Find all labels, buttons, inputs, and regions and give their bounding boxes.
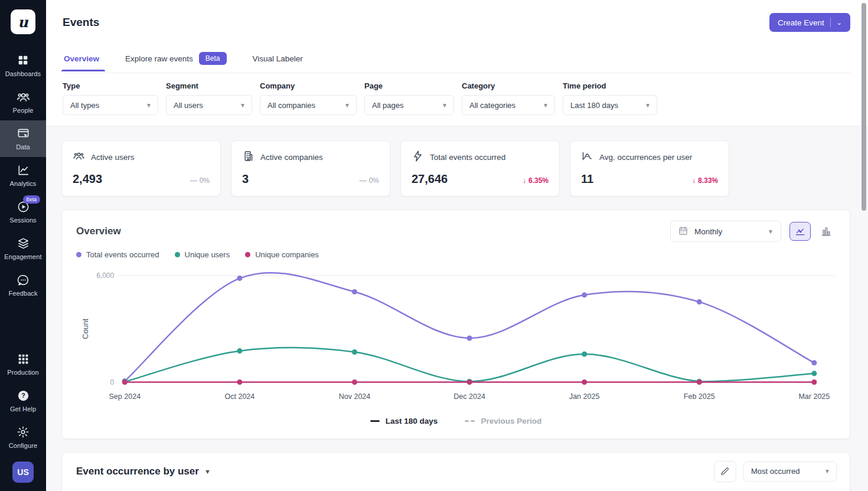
stat-value: 11 <box>581 172 593 186</box>
sidebar-item-analytics[interactable]: Analytics <box>0 157 46 194</box>
help-question-icon: ? <box>16 388 30 402</box>
svg-text:Dec 2024: Dec 2024 <box>453 392 485 401</box>
delta-value: 0% <box>369 176 379 185</box>
stat-delta: —0% <box>190 176 210 185</box>
category-select[interactable]: All categories▼ <box>462 95 555 115</box>
filter-label: Time period <box>563 81 657 90</box>
svg-text:Mar 2025: Mar 2025 <box>798 392 830 401</box>
tab-explore-raw-events[interactable]: Explore raw events Beta <box>124 46 228 73</box>
edit-pencil-button[interactable] <box>714 461 736 482</box>
event-occurrence-title-dropdown[interactable]: Event occurrence by user ▼ <box>76 466 211 477</box>
stat-cards-row: Active users 2,493 —0% Active companies … <box>61 140 850 197</box>
dashed-line-swatch <box>465 420 475 422</box>
legend-item-unique-companies[interactable]: Unique companies <box>245 250 319 259</box>
sidebar-item-people[interactable]: People <box>0 84 46 120</box>
legend-dot <box>175 252 180 257</box>
user-avatar[interactable]: US <box>12 461 34 483</box>
tab-label: Overview <box>64 54 99 63</box>
series-legend: Total events occurred Unique users Uniqu… <box>62 248 850 263</box>
filter-company: Company All companies▼ <box>260 81 357 115</box>
page-title: Events <box>63 16 99 29</box>
tabs: Overview Explore raw events Beta Visual … <box>63 46 850 73</box>
filters-row: Type All types▼ Segment All users▼ Compa… <box>63 73 850 126</box>
sidebar-item-production[interactable]: Production <box>0 346 46 382</box>
filter-label: Category <box>462 81 555 90</box>
sidebar-item-label: Feedback <box>8 290 37 297</box>
chevron-down-icon: ▼ <box>442 102 448 109</box>
stat-delta: —0% <box>360 176 379 185</box>
tab-visual-labeler[interactable]: Visual Labeler <box>252 48 304 71</box>
sidebar-item-get-help[interactable]: ? Get Help <box>0 382 46 419</box>
line-chart-toggle[interactable] <box>789 222 811 241</box>
tab-label: Explore raw events <box>125 54 193 63</box>
filter-label: Type <box>63 81 158 90</box>
analytics-chart-icon <box>16 163 30 177</box>
legend-previous-period[interactable]: Previous Period <box>465 417 541 425</box>
svg-text:Sep 2024: Sep 2024 <box>109 392 141 401</box>
stat-value: 2,493 <box>73 172 102 186</box>
page-header: Events Create Event ⌄ Overview Explore r… <box>46 0 868 126</box>
delta-value: 0% <box>200 176 210 185</box>
bar-chart-toggle[interactable] <box>815 222 837 241</box>
type-select[interactable]: All types▼ <box>63 95 158 115</box>
tab-overview[interactable]: Overview <box>63 48 100 71</box>
segment-select[interactable]: All users▼ <box>166 95 252 115</box>
bell-curve-icon <box>581 150 593 164</box>
sidebar-item-data[interactable]: Data <box>0 120 46 157</box>
engagement-layers-icon <box>16 236 30 250</box>
feedback-bubble-icon <box>16 273 30 287</box>
users-icon <box>73 150 85 164</box>
time-period-select[interactable]: Last 180 days▼ <box>563 95 657 115</box>
chevron-down-icon[interactable]: ⌄ <box>837 19 842 27</box>
configure-gear-icon <box>16 425 30 439</box>
create-event-label: Create Event <box>778 18 824 27</box>
event-occurrence-panel: Event occurrence by user ▼ Most occurred… <box>61 452 850 491</box>
legend-current-period[interactable]: Last 180 days <box>370 417 438 425</box>
chevron-down-icon: ▼ <box>344 102 350 109</box>
period-legend: Last 180 days Previous Period <box>62 408 850 438</box>
lightning-icon <box>412 150 424 164</box>
button-divider <box>830 18 831 27</box>
legend-item-unique-users[interactable]: Unique users <box>175 250 230 259</box>
select-value: All types <box>70 101 99 110</box>
app-logo[interactable]: u <box>11 9 35 34</box>
chevron-down-icon: ▼ <box>824 468 830 474</box>
sidebar-item-engagement[interactable]: Engagement <box>0 230 46 267</box>
sidebar-item-feedback[interactable]: Feedback <box>0 267 46 303</box>
calendar-icon <box>678 225 688 238</box>
legend-label: Previous Period <box>481 417 541 425</box>
overview-panel-title: Overview <box>76 225 121 237</box>
select-value: All users <box>174 101 203 110</box>
sort-select[interactable]: Most occurred ▼ <box>743 461 837 482</box>
stat-value: 27,646 <box>412 172 448 186</box>
create-event-button[interactable]: Create Event ⌄ <box>769 13 850 32</box>
stat-label: Avg. occurrences per user <box>599 153 692 162</box>
legend-item-total-events[interactable]: Total events occurred <box>76 250 159 259</box>
sidebar-item-sessions[interactable]: Beta Sessions <box>0 194 46 230</box>
logo-letter: u <box>18 14 28 31</box>
sidebar: u Dashboards People Data Analytics Beta … <box>0 0 46 491</box>
vertical-scrollbar[interactable] <box>862 3 866 211</box>
stat-card-avg-occurrences: Avg. occurrences per user 11 ↓8.33% <box>570 140 729 197</box>
sidebar-item-configure[interactable]: Configure <box>0 419 46 456</box>
page-select[interactable]: All pages▼ <box>364 95 454 115</box>
svg-text:Feb 2025: Feb 2025 <box>684 392 715 401</box>
chevron-down-icon: ▼ <box>543 102 549 109</box>
company-select[interactable]: All companies▼ <box>260 95 357 115</box>
sessions-play-icon: Beta <box>16 199 30 214</box>
sidebar-item-dashboards[interactable]: Dashboards <box>0 47 46 84</box>
filter-label: Company <box>260 81 357 90</box>
line-chart[interactable]: 6,0000CountSep 2024Oct 2024Nov 2024Dec 2… <box>62 263 850 408</box>
stat-label: Total events occurred <box>430 153 505 162</box>
granularity-select[interactable]: Monthly ▼ <box>670 221 781 242</box>
select-value: All companies <box>267 101 315 110</box>
chevron-down-icon: ▼ <box>768 228 774 235</box>
filter-label: Page <box>364 81 454 90</box>
stat-card-active-users: Active users 2,493 —0% <box>61 140 221 197</box>
filter-category: Category All categories▼ <box>462 81 555 115</box>
stat-value: 3 <box>242 172 249 186</box>
svg-text:Jan 2025: Jan 2025 <box>569 392 600 401</box>
content-area: Active users 2,493 —0% Active companies … <box>46 126 868 491</box>
svg-text:0: 0 <box>110 378 115 387</box>
select-value: Most occurred <box>751 467 800 476</box>
